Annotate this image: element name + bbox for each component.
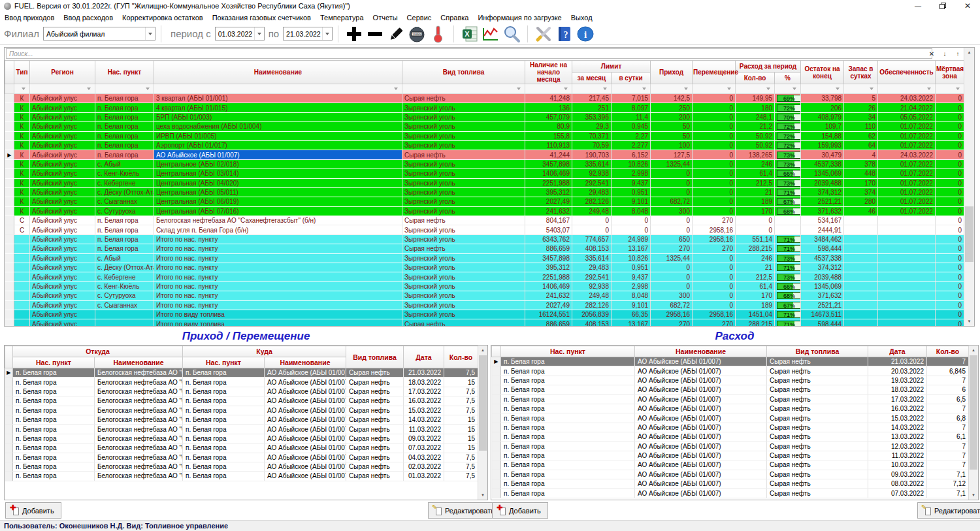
table-row[interactable]: Абыйский улусИтого по виду топливаЗырянс… bbox=[5, 310, 964, 319]
menu-item-6[interactable]: Отчеты bbox=[368, 12, 402, 23]
table-row[interactable]: п. Белая гораАО Абыйское (АБЫ 01/007)Сыр… bbox=[492, 423, 969, 432]
menu-item-7[interactable]: Сервис bbox=[402, 12, 436, 23]
scroll-up-icon[interactable]: ▲ bbox=[478, 346, 487, 355]
branch-combobox[interactable]: Абыйский филиал bbox=[43, 27, 155, 40]
col-limit-month[interactable]: за месяц bbox=[572, 72, 612, 84]
table-row[interactable]: п. Белая гораАО Абыйское (АБЫ 01/007)Сыр… bbox=[492, 404, 969, 413]
settings-button[interactable] bbox=[533, 24, 554, 44]
col-name[interactable]: Наименование bbox=[635, 346, 767, 357]
table-row[interactable]: Абыйский улусс. СыаганнахИтого по нас. п… bbox=[5, 300, 964, 310]
col-nalichie[interactable]: Наличие на начало месяца bbox=[525, 61, 572, 84]
temperature-button[interactable] bbox=[427, 24, 448, 44]
menu-item-1[interactable]: Ввод приходов bbox=[0, 12, 59, 23]
col-date[interactable]: Дата bbox=[404, 346, 444, 368]
col-from-punkt[interactable]: Нас. пункт bbox=[13, 357, 95, 368]
col-dead-zone[interactable]: Мёртвая зона bbox=[936, 61, 964, 84]
edit-record-button[interactable] bbox=[385, 24, 406, 44]
menu-item-9[interactable]: Информация по загрузке bbox=[473, 12, 566, 23]
table-row[interactable]: п. Белая гораАО Абыйское (АБЫ 01/007)Сыр… bbox=[492, 366, 969, 376]
meter-button[interactable]: 10000 bbox=[406, 24, 427, 44]
menu-item-5[interactable]: Температура bbox=[316, 12, 368, 23]
table-row[interactable]: п. Белая гораБелогоская нефтебаза АО "Са… bbox=[5, 415, 478, 424]
table-row[interactable]: Абыйский улусс. Дёску (Оттох-Атах)Итого … bbox=[5, 263, 964, 272]
table-row[interactable]: ▶КАбыйский улусп. Белая гораАО Абыйское … bbox=[5, 150, 964, 159]
add-record-button[interactable] bbox=[344, 24, 365, 44]
table-row[interactable]: п. Белая гораАО Абыйское (АБЫ 01/007)Сыр… bbox=[492, 385, 969, 394]
table-row[interactable]: Абыйский улусИтого по виду топливаСырая … bbox=[5, 319, 964, 326]
minimize-button[interactable]: — bbox=[906, 0, 930, 12]
filter-dropdown-icon[interactable] bbox=[791, 86, 798, 93]
table-row[interactable]: п. Белая гораБелогоская нефтебаза АО "Са… bbox=[5, 396, 478, 406]
filter-dropdown-icon[interactable] bbox=[725, 86, 733, 93]
table-row[interactable]: п. Белая гораАО Абыйское (АБЫ 01/007)Сыр… bbox=[492, 432, 969, 442]
col-to-name[interactable]: Наименование bbox=[265, 357, 346, 368]
col-pct[interactable]: % bbox=[775, 72, 801, 84]
table-row[interactable]: КАбыйский улусп. Белая гораБРП (АБЫ 01/0… bbox=[5, 112, 964, 121]
table-row[interactable]: п. Белая гораАО Абыйское (АБЫ 01/007)Сыр… bbox=[492, 460, 969, 470]
col-punkt[interactable]: Нас. пункт bbox=[501, 346, 635, 357]
col-prihod[interactable]: Приход bbox=[651, 61, 693, 84]
period-from-combobox[interactable]: 01.03.2022 bbox=[215, 27, 265, 40]
table-row[interactable]: САбыйский улусп. Белая гораСклад угля п.… bbox=[5, 225, 964, 234]
table-row[interactable]: КАбыйский улусс. СутуруохаЦентральная (А… bbox=[5, 206, 964, 216]
scroll-up-icon[interactable]: ▲ bbox=[969, 346, 978, 355]
col-to-punkt[interactable]: Нас. пункт bbox=[183, 357, 265, 368]
table-row[interactable]: КАбыйский улусс. АбыйЦентральное (АБЫ 02… bbox=[5, 159, 964, 169]
filter-dropdown-icon[interactable] bbox=[392, 86, 400, 93]
scroll-up-icon[interactable]: ▲ bbox=[964, 48, 974, 57]
outgoing-scrollbar[interactable]: ▲ ▼ bbox=[968, 346, 978, 500]
menu-item-2[interactable]: Ввод расходов bbox=[59, 12, 118, 23]
col-obespechennost[interactable]: Обеспеченность bbox=[878, 61, 936, 84]
table-row[interactable]: п. Белая гораАО Абыйское (АБЫ 01/007)Сыр… bbox=[492, 413, 969, 423]
table-row[interactable]: п. Белая гораБелогоская нефтебаза АО "Са… bbox=[5, 453, 478, 462]
table-row[interactable]: КАбыйский улусс. КебергенеЦентральная (А… bbox=[5, 178, 964, 187]
table-row[interactable]: КАбыйский улусс. Кенг-КюёльЦентральная (… bbox=[5, 169, 964, 178]
table-row[interactable]: п. Белая гораБелогоская нефтебаза АО "Са… bbox=[5, 434, 478, 443]
scrollbar-thumb[interactable] bbox=[970, 355, 977, 470]
scroll-down-icon[interactable]: ▼ bbox=[478, 491, 487, 500]
table-row[interactable]: КАбыйский улусп. Белая гора3 квартал (АБ… bbox=[5, 94, 964, 103]
scrollbar-thumb[interactable] bbox=[965, 206, 973, 262]
chart-button[interactable] bbox=[480, 24, 501, 44]
filter-dropdown-icon[interactable] bbox=[925, 86, 933, 93]
outgoing-add-button[interactable]: ✚ Добавить bbox=[492, 502, 548, 519]
table-row[interactable]: п. Белая гораАО Абыйское (АБЫ 01/007)Сыр… bbox=[492, 394, 969, 404]
menu-item-4[interactable]: Показания газовых счетчиков bbox=[208, 12, 316, 23]
col-fuel[interactable]: Вид топлива bbox=[402, 61, 525, 84]
remove-record-button[interactable] bbox=[365, 24, 385, 44]
help-button[interactable]: ? bbox=[554, 24, 575, 44]
incoming-scrollbar[interactable]: ▲ ▼ bbox=[478, 346, 487, 500]
col-kolvo[interactable]: Кол-во bbox=[736, 72, 775, 84]
table-row[interactable]: КАбыйский улусп. Белая гора4 квартал (АБ… bbox=[5, 103, 964, 112]
table-row[interactable]: КАбыйский улусп. Белая горацеха водоснаб… bbox=[5, 122, 964, 131]
table-row[interactable]: п. Белая гораБелогоская нефтебаза АО "Са… bbox=[5, 443, 478, 453]
close-button[interactable]: ✕ bbox=[955, 0, 980, 12]
col-qty[interactable]: Кол-во bbox=[444, 346, 478, 368]
table-row[interactable]: п. Белая гораАО Абыйское (АБЫ 01/007)Сыр… bbox=[492, 376, 969, 385]
filter-dropdown-icon[interactable] bbox=[85, 86, 93, 93]
table-row[interactable]: п. Белая гораАО Абыйское (АБЫ 01/007)Сыр… bbox=[492, 479, 969, 489]
scroll-down-icon[interactable]: ▼ bbox=[969, 491, 978, 500]
col-limit-day[interactable]: в сутки bbox=[612, 72, 651, 84]
table-row[interactable]: п. Белая гораБелогоская нефтебаза АО "Са… bbox=[5, 387, 478, 396]
table-row[interactable]: Абыйский улусп. Белая гораИтого по нас. … bbox=[5, 244, 964, 253]
table-row[interactable]: КАбыйский улусп. Белая гораИРВП (АБЫ 01/… bbox=[5, 131, 964, 140]
clear-search-icon[interactable]: ✕ bbox=[926, 48, 938, 59]
table-row[interactable]: КАбыйский улусс. Дёску (Оттох-Атах)Центр… bbox=[5, 187, 964, 197]
col-region[interactable]: Регион bbox=[30, 61, 95, 84]
filter-dropdown-icon[interactable] bbox=[682, 86, 690, 93]
col-date[interactable]: Дата bbox=[868, 346, 927, 357]
col-ostatok[interactable]: Остаток на конец bbox=[801, 61, 844, 84]
scroll-down-icon[interactable]: ▼ bbox=[964, 317, 974, 326]
table-row[interactable]: п. Белая гораБелогоская нефтебаза АО "Са… bbox=[5, 378, 478, 387]
col-punkt[interactable]: Нас. пункт bbox=[95, 61, 154, 84]
table-row[interactable]: п. Белая гораАО Абыйское (АБЫ 01/007)Сыр… bbox=[492, 470, 969, 479]
filter-dropdown-icon[interactable] bbox=[640, 86, 648, 93]
menu-item-8[interactable]: Справка bbox=[436, 12, 473, 23]
table-row[interactable]: п. Белая гораАО Абыйское (АБЫ 01/007)Сыр… bbox=[492, 451, 969, 460]
table-row[interactable]: Абыйский улусс. КебергенеИтого по нас. п… bbox=[5, 272, 964, 282]
col-type[interactable]: Тип bbox=[14, 61, 30, 84]
table-row[interactable]: ▶п. Белая гораБелогоская нефтебаза АО "С… bbox=[5, 368, 478, 378]
find-next-icon[interactable]: ↓ bbox=[939, 48, 951, 59]
table-row[interactable]: п. Белая гораБелогоская нефтебаза АО "Са… bbox=[5, 462, 478, 471]
